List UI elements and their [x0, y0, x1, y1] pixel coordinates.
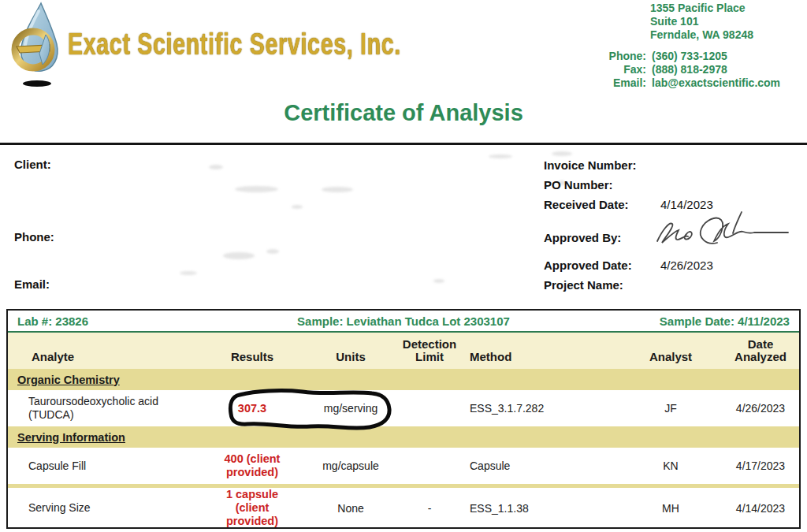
redaction-smudge	[489, 154, 512, 158]
capsule-fill-result: 400 (client provided)	[208, 452, 296, 479]
redaction-smudge	[180, 271, 197, 275]
date-analyzed-line2: Analyzed	[722, 351, 799, 363]
water-drop-e-logo-icon	[11, 2, 66, 88]
capsule-fill-analyte: Capsule Fill	[8, 459, 197, 473]
results-table: Lab #: 23826 Sample: Leviathan Tudca Lot…	[6, 309, 801, 529]
col-header-units: Units	[307, 351, 394, 363]
serving-size-date-analyzed: 4/14/2023	[722, 502, 799, 515]
capsule-fill-analyst: KN	[619, 459, 722, 472]
table-row-serving-size: Serving Size 1 capsule (client provided)…	[8, 488, 799, 526]
serving-size-units: None	[307, 502, 394, 515]
serving-size-detection-limit: -	[394, 502, 465, 515]
detection-limit-line2: Limit	[394, 351, 465, 363]
company-logo	[11, 2, 66, 88]
col-header-analyte: Analyte	[8, 351, 197, 363]
section-organic-label: Organic Chemistry	[17, 374, 120, 386]
phone-row: Phone: (360) 733-1205	[579, 50, 780, 63]
redaction-smudge	[209, 165, 223, 169]
client-label: Client:	[14, 158, 51, 171]
approved-by-label: Approved By:	[544, 231, 621, 244]
certificate-of-analysis-page: Exact Scientific Services, Inc. 1355 Pac…	[0, 0, 807, 532]
sample-date: Sample Date: 4/11/2023	[562, 314, 799, 328]
redaction-smudge	[223, 252, 255, 259]
tudca-analyst: JF	[619, 402, 722, 415]
header-divider	[0, 143, 807, 145]
redaction-smudge	[552, 151, 572, 156]
invoice-number-label: Invoice Number:	[544, 158, 637, 172]
address-line-2: Suite 101	[650, 15, 753, 28]
client-email-label: Email:	[14, 277, 50, 291]
capsule-fill-units: mg/capsule	[307, 459, 394, 472]
fax-row: Fax: (888) 818-2978	[579, 63, 780, 76]
approved-date-value: 4/26/2023	[660, 259, 713, 272]
address-line-1: 1355 Pacific Place	[650, 2, 753, 15]
serving-size-method: ESS_1.1.38	[465, 502, 619, 515]
date-analyzed-line1: Date	[722, 338, 799, 351]
phone-label: Phone:	[579, 50, 646, 63]
col-header-method: Method	[465, 351, 619, 363]
table-row-capsule-fill: Capsule Fill 400 (client provided) mg/ca…	[8, 448, 799, 484]
serving-size-analyte: Serving Size	[8, 501, 197, 515]
section-header-serving-information: Serving Information	[8, 426, 799, 448]
project-name-label: Project Name:	[544, 278, 623, 292]
sample-name: Sample: Leviathan Tudca Lot 2303107	[245, 314, 562, 328]
redaction-smudge	[235, 186, 278, 192]
fax-label: Fax:	[579, 63, 646, 76]
approved-date-label: Approved Date:	[544, 259, 632, 272]
tudca-units: mg/serving	[307, 402, 394, 415]
client-phone-label: Phone:	[14, 230, 54, 244]
table-header-row: Analyte Results Units Detection Limit Me…	[8, 333, 799, 369]
company-contact-block: Phone: (360) 733-1205 Fax: (888) 818-297…	[579, 50, 780, 90]
tudca-result: 307.3	[238, 402, 266, 415]
capsule-fill-method: Capsule	[465, 459, 619, 472]
section-header-organic-chemistry: Organic Chemistry	[8, 369, 799, 390]
tudca-analyte: Tauroursodeoxycholic acid (TUDCA)	[8, 395, 197, 422]
tudca-method: ESS_3.1.7.282	[465, 402, 619, 415]
capsule-fill-date-analyzed: 4/17/2023	[722, 459, 799, 472]
company-address: 1355 Pacific Place Suite 101 Ferndale, W…	[650, 2, 753, 42]
approval-signature	[649, 203, 795, 255]
phone-value: (360) 733-1205	[652, 50, 727, 63]
redaction-smudge	[292, 205, 303, 209]
col-header-analyst: Analyst	[619, 351, 722, 363]
table-row-tudca: Tauroursodeoxycholic acid (TUDCA) 307.3 …	[8, 390, 799, 426]
received-date-label: Received Date:	[544, 198, 629, 211]
col-header-results: Results	[197, 351, 307, 363]
redaction-smudge	[433, 279, 444, 283]
col-header-date-analyzed: Date Analyzed	[722, 338, 799, 363]
redaction-smudge	[266, 249, 279, 254]
email-value: lab@exactscientific.com	[652, 76, 780, 90]
serving-size-result: 1 capsule (client provided)	[216, 488, 288, 528]
po-number-label: PO Number:	[544, 178, 613, 192]
address-line-3: Ferndale, WA 98248	[650, 28, 753, 42]
email-label: Email:	[579, 76, 646, 90]
page-title: Certificate of Analysis	[0, 100, 807, 126]
redaction-smudge	[322, 187, 353, 192]
section-serving-label: Serving Information	[17, 431, 125, 444]
fax-value: (888) 818-2978	[652, 63, 727, 76]
tudca-date-analyzed: 4/26/2023	[722, 402, 799, 415]
lab-number: Lab #: 23826	[8, 314, 245, 328]
serving-size-analyst: MH	[619, 502, 722, 515]
detection-limit-line1: Detection	[394, 338, 465, 351]
company-name: Exact Scientific Services, Inc.	[68, 27, 401, 61]
email-row: Email: lab@exactscientific.com	[579, 76, 780, 90]
col-header-detection-limit: Detection Limit	[394, 338, 465, 363]
sample-info-row: Lab #: 23826 Sample: Leviathan Tudca Lot…	[8, 311, 799, 333]
signature-icon	[649, 203, 795, 255]
